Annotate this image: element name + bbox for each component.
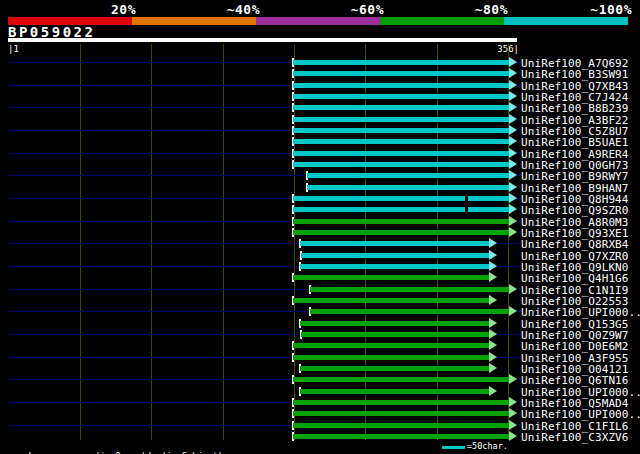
hit-arrowhead-icon xyxy=(509,420,517,430)
hit-arrowhead-icon xyxy=(489,295,497,305)
hit-bar[interactable] xyxy=(293,377,510,382)
hit-bar[interactable] xyxy=(293,219,510,224)
hit-bar[interactable] xyxy=(310,287,509,292)
hit-bar[interactable] xyxy=(300,264,489,269)
hit-arrowhead-icon xyxy=(509,408,517,418)
hit-bar[interactable] xyxy=(293,423,510,428)
hit-bar[interactable] xyxy=(293,230,510,235)
hit-bar[interactable] xyxy=(293,343,490,348)
hit-bar[interactable] xyxy=(293,275,490,280)
hit-bar[interactable] xyxy=(293,162,510,167)
subject-gap-mark xyxy=(465,207,468,212)
hit-bar[interactable] xyxy=(301,332,489,337)
position-gridline xyxy=(151,44,152,440)
hit-arrowhead-icon xyxy=(509,68,517,78)
fifty-char-marker-icon xyxy=(442,446,465,449)
hit-arrowhead-icon xyxy=(489,340,497,350)
hit-arrowhead-icon xyxy=(509,136,517,146)
hit-arrowhead-icon xyxy=(489,238,497,248)
hit-bar[interactable] xyxy=(300,241,489,246)
position-gridline xyxy=(223,44,224,440)
hit-arrowhead-icon xyxy=(509,182,517,192)
hit-bar[interactable] xyxy=(300,389,489,394)
hit-arrowhead-icon xyxy=(509,374,517,384)
hit-bar[interactable] xyxy=(293,411,510,416)
hit-bar[interactable] xyxy=(307,185,509,190)
hit-bar[interactable] xyxy=(293,60,510,65)
hit-map: UniRef100_A7Q692UniRef100_B3SW91UniRef10… xyxy=(0,0,640,454)
hit-arrowhead-icon xyxy=(509,227,517,237)
hit-arrowhead-icon xyxy=(509,102,517,112)
hit-bar[interactable] xyxy=(293,139,510,144)
hit-bar[interactable] xyxy=(300,366,489,371)
hit-bar[interactable] xyxy=(293,434,510,439)
hit-arrowhead-icon xyxy=(509,284,517,294)
hit-arrowhead-icon xyxy=(489,261,497,271)
hit-arrowhead-icon xyxy=(489,386,497,396)
hit-bar[interactable] xyxy=(301,253,489,258)
hit-bar[interactable] xyxy=(293,400,510,405)
hit-arrowhead-icon xyxy=(509,204,517,214)
hit-arrowhead-icon xyxy=(509,148,517,158)
hit-bar[interactable] xyxy=(293,83,510,88)
alignview-screen: 20%~40%~60%~80%~100% BP059022 AlignView.… xyxy=(0,0,640,454)
hit-bar[interactable] xyxy=(293,117,510,122)
hit-bar[interactable] xyxy=(293,105,510,110)
hit-bar[interactable] xyxy=(293,94,510,99)
hit-arrowhead-icon xyxy=(489,329,497,339)
hit-arrowhead-icon xyxy=(489,363,497,373)
hit-arrowhead-icon xyxy=(489,318,497,328)
hit-label[interactable]: UniRef100_C3XZV6 xyxy=(521,431,629,444)
hit-arrowhead-icon xyxy=(509,397,517,407)
hit-arrowhead-icon xyxy=(509,216,517,226)
hit-bar[interactable] xyxy=(293,196,510,201)
subject-gap-mark xyxy=(465,196,468,201)
hit-arrowhead-icon xyxy=(489,250,497,260)
hit-arrowhead-icon xyxy=(489,272,497,282)
hit-bar[interactable] xyxy=(310,309,509,314)
fifty-char-label: =50char. xyxy=(467,441,508,451)
hit-arrowhead-icon xyxy=(509,159,517,169)
hit-arrowhead-icon xyxy=(509,91,517,101)
hit-bar[interactable] xyxy=(293,151,510,156)
hit-arrowhead-icon xyxy=(489,352,497,362)
hit-arrowhead-icon xyxy=(509,114,517,124)
hit-bar[interactable] xyxy=(293,71,510,76)
hit-arrowhead-icon xyxy=(509,170,517,180)
hit-bar[interactable] xyxy=(307,173,509,178)
hit-bar[interactable] xyxy=(293,355,490,360)
hit-arrowhead-icon xyxy=(509,125,517,135)
hit-bar[interactable] xyxy=(300,321,489,326)
hit-bar[interactable] xyxy=(293,207,510,212)
hit-bar[interactable] xyxy=(293,298,490,303)
hit-arrowhead-icon xyxy=(509,306,517,316)
hit-bar[interactable] xyxy=(293,128,510,133)
hit-arrowhead-icon xyxy=(509,80,517,90)
hit-arrowhead-icon xyxy=(509,431,517,441)
gaps-legend: Large gaps: ▲(in Query)/- (in Subject) xyxy=(8,441,223,454)
hit-arrowhead-icon xyxy=(509,193,517,203)
position-gridline xyxy=(80,44,81,440)
hit-arrowhead-icon xyxy=(509,57,517,67)
